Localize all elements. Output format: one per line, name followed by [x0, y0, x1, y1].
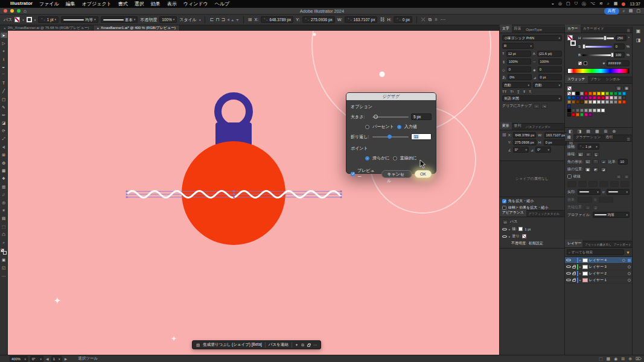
font-style-select[interactable]: R▾	[502, 43, 534, 49]
visibility-eye-icon[interactable]	[502, 227, 507, 232]
transform-icon[interactable]: ⋯	[441, 17, 445, 23]
scale-strokes-checkbox[interactable]	[502, 206, 506, 210]
ridges-field[interactable]: 11	[411, 133, 432, 140]
menubar-status-icon[interactable]: ⛉	[575, 1, 578, 7]
type-style-icon[interactable]: Ŧ	[523, 90, 526, 94]
menubar-status-icon[interactable]: ⌥	[590, 1, 595, 7]
tsume-field[interactable]: 0%	[508, 74, 531, 80]
saturation-value[interactable]: 0	[614, 43, 625, 49]
swatch[interactable]	[567, 96, 571, 100]
share-button[interactable]: 共有	[604, 8, 619, 14]
tab-stroke[interactable]: 線	[565, 133, 573, 141]
tab-pathfinder[interactable]: パスファインダー	[523, 124, 553, 130]
swatch[interactable]	[580, 92, 584, 95]
preview-label[interactable]: プレビュー	[357, 168, 377, 180]
stroke-color-swatch[interactable]	[27, 17, 32, 22]
reference-point-icon[interactable]: ⊞	[248, 17, 252, 22]
workspace-switcher-icon[interactable]: ▢	[636, 8, 640, 13]
layer-target-icon[interactable]	[622, 259, 625, 262]
swatch[interactable]	[584, 113, 588, 116]
menubar-status-icon[interactable]: ⌕	[607, 1, 610, 7]
swatch[interactable]	[572, 113, 575, 116]
layer-visibility-eye-icon[interactable]	[566, 264, 571, 269]
layers-footer-icon[interactable]: ⊞	[621, 357, 625, 361]
align-icon[interactable]: ⊐	[221, 17, 225, 23]
transform-icon[interactable]: ⌗	[435, 17, 438, 23]
swatch[interactable]	[567, 104, 571, 108]
layer-thumbnail[interactable]	[582, 272, 588, 276]
visibility-eye-icon[interactable]	[502, 234, 507, 239]
transform-icon[interactable]: ⤫	[421, 17, 425, 23]
brightness-value[interactable]: 100	[614, 52, 625, 58]
swatch[interactable]	[593, 92, 596, 95]
document-tab[interactable]: × 3%_XmasBanner.ai @ 75.68 % (RGB/プレビュー)	[0, 25, 94, 31]
swatch[interactable]	[597, 109, 601, 112]
reference-point-selector[interactable]: ⊞	[502, 132, 506, 153]
swatch[interactable]	[588, 113, 592, 116]
font-size-field[interactable]: 12 pt	[506, 51, 531, 57]
panel-menu-icon[interactable]: ☰	[625, 137, 632, 141]
type-style-icons[interactable]: TTT¹T̲ŦT,	[502, 90, 562, 94]
fill-stroke-widget[interactable]	[567, 35, 576, 46]
swatch[interactable]	[580, 109, 584, 112]
align-icon[interactable]: ⊏	[209, 17, 214, 23]
scale-corners-label[interactable]: 角を拡大・縮小	[508, 198, 534, 204]
leading-field[interactable]: (21.6 pt)	[537, 51, 562, 57]
symbol-sprayer-tool[interactable]: ✳	[1, 208, 7, 213]
swatch-kinds-icon[interactable]: ▤	[616, 86, 622, 91]
dashed-line-label[interactable]: 破線	[573, 174, 581, 179]
document-tab-active[interactable]: × XmasBanner1.ai* @ 400 % (RGB/プレビュー)	[94, 25, 180, 31]
absolute-radio[interactable]	[397, 125, 401, 129]
baseline-shift-field[interactable]: 0 pt	[538, 74, 562, 80]
lasso-tool[interactable]: ⌇	[1, 57, 7, 62]
swatch[interactable]	[580, 113, 584, 116]
zoom-level-select[interactable]: 400%▾	[10, 356, 28, 362]
dashed-line-checkbox[interactable]	[567, 174, 572, 179]
transform-h-field[interactable]: 0 px	[544, 139, 567, 145]
black-swatch[interactable]	[584, 62, 587, 65]
tab-opentype[interactable]: OpenType	[523, 27, 544, 33]
menu-9[interactable]: ヘルプ	[215, 1, 230, 7]
swatch[interactable]	[572, 109, 575, 112]
first-artboard-icon[interactable]: ◀	[46, 357, 49, 361]
swatch[interactable]	[618, 100, 622, 104]
swatch[interactable]	[584, 109, 588, 112]
layers-search-input[interactable]: ⌕すべてを検索	[567, 249, 624, 255]
swatch[interactable]	[576, 96, 579, 100]
percent-radio-label[interactable]: パーセント	[372, 124, 394, 130]
menubar-status-icon[interactable]: ◎	[558, 1, 562, 7]
layer-lock-icon[interactable]	[572, 279, 576, 282]
layers-footer-icon[interactable]: ◉	[614, 357, 617, 361]
swatch[interactable]	[610, 96, 613, 100]
swatch[interactable]	[572, 100, 575, 104]
size-slider[interactable]	[372, 116, 409, 118]
free-transform-tool[interactable]: ⊞	[1, 152, 7, 157]
layer-lock-icon[interactable]	[572, 273, 576, 275]
shaper-tool[interactable]: ✏	[1, 112, 7, 118]
stroke-weight-field[interactable]: ⌃⌄1 pt▾	[38, 16, 59, 23]
eraser-tool[interactable]: ◪	[1, 120, 7, 125]
smooth-radio-label[interactable]: 滑らかに	[372, 155, 390, 161]
appearance-stroke-swatch[interactable]	[518, 227, 523, 231]
tab-asset-export[interactable]: アセットの書き出し	[582, 241, 611, 247]
align-icon[interactable]: ⫞	[227, 17, 229, 23]
constrain-proportions-icon[interactable]: ⛓	[380, 17, 384, 22]
tab-symbols[interactable]: シンボル	[603, 75, 622, 83]
selection-tool[interactable]: ➤	[1, 33, 7, 38]
horizontal-scale-field[interactable]: 100%	[538, 59, 562, 65]
paintbrush-tool[interactable]: ✎	[1, 104, 7, 110]
corner-miter-button[interactable]: ∟	[585, 159, 591, 164]
swatch[interactable]	[622, 92, 626, 95]
absolute-radio-label[interactable]: 入力値	[404, 124, 417, 130]
blend-tool[interactable]: ◎	[1, 200, 7, 205]
tab-transform[interactable]: 変形	[500, 122, 512, 130]
swatch[interactable]	[601, 109, 605, 112]
fill-color-swatch[interactable]	[14, 17, 20, 22]
pen-tool[interactable]: ✒	[1, 65, 7, 70]
swatch[interactable]	[610, 100, 613, 104]
layer-row[interactable]: ▸レイヤー 1	[565, 277, 632, 284]
hand-tool[interactable]: ☖	[1, 232, 7, 237]
swatch[interactable]	[601, 96, 605, 100]
type-style-icon[interactable]: T,	[529, 90, 532, 94]
lock-icon[interactable]	[307, 345, 310, 347]
